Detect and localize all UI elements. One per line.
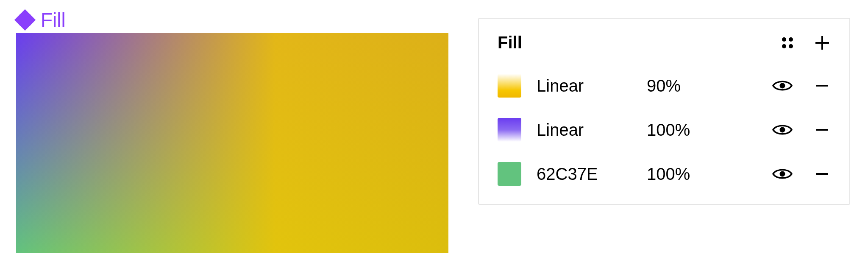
svg-point-10: [780, 171, 785, 177]
fill-swatch[interactable]: [498, 162, 521, 186]
fill-preview[interactable]: [16, 33, 448, 253]
fill-row: 62C37E 100%: [498, 158, 831, 190]
remove-fill-icon[interactable]: [814, 121, 831, 138]
canvas-layer-label[interactable]: Fill: [15, 10, 66, 30]
component-icon: [15, 10, 35, 30]
remove-fill-icon[interactable]: [814, 77, 831, 94]
add-fill-icon[interactable]: [814, 34, 831, 51]
fill-panel-title: Fill: [498, 33, 780, 52]
fill-opacity-value[interactable]: 100%: [647, 120, 719, 140]
fill-swatch[interactable]: [498, 74, 521, 98]
fill-opacity-value[interactable]: 100%: [647, 165, 719, 184]
fill-row: Linear 100%: [498, 114, 831, 145]
fill-type-label[interactable]: Linear: [537, 76, 647, 95]
visibility-toggle-icon[interactable]: [772, 79, 793, 92]
fill-panel-header: Fill: [498, 33, 831, 52]
svg-point-1: [789, 37, 793, 42]
visibility-toggle-icon[interactable]: [772, 168, 793, 180]
style-picker-icon[interactable]: [780, 35, 795, 50]
remove-fill-icon[interactable]: [814, 165, 831, 182]
preview-layer-linear-yellow: [16, 33, 448, 253]
svg-point-8: [780, 127, 785, 133]
svg-point-0: [782, 37, 786, 42]
visibility-toggle-icon[interactable]: [772, 123, 793, 136]
fill-type-label[interactable]: Linear: [537, 120, 647, 140]
svg-point-6: [780, 83, 785, 89]
svg-point-2: [782, 44, 786, 48]
svg-point-3: [789, 44, 793, 48]
canvas-layer-name: Fill: [41, 10, 66, 30]
fill-opacity-value[interactable]: 90%: [647, 76, 719, 95]
fill-row: Linear 90%: [498, 70, 831, 101]
fill-type-label[interactable]: 62C37E: [537, 165, 647, 184]
fill-swatch[interactable]: [498, 118, 521, 142]
fill-panel: Fill: [478, 18, 850, 205]
